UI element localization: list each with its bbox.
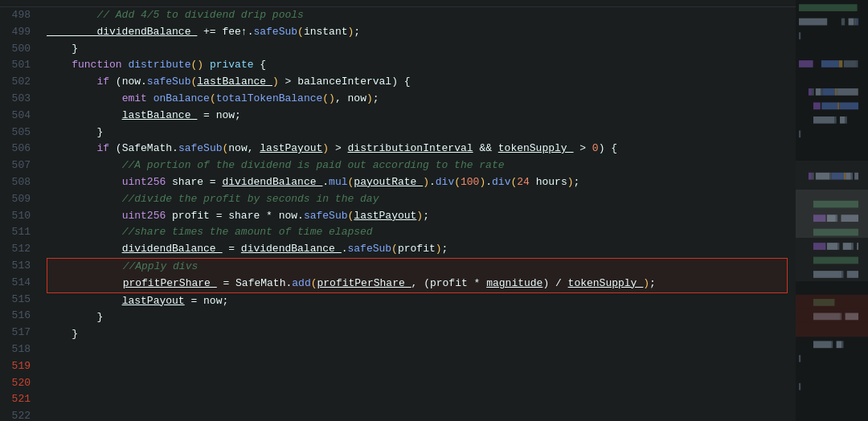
- code-line: lastPayout = now;: [47, 293, 788, 310]
- line-number: 505: [11, 125, 31, 141]
- line-number: 510: [11, 208, 31, 225]
- code-line: profitPerShare_ = SafeMath.add(profitPer…: [47, 276, 788, 292]
- line-number: 498: [11, 7, 31, 24]
- line-number: 503: [11, 91, 31, 108]
- line-number: 514: [11, 275, 31, 292]
- line-number: 515: [11, 292, 31, 309]
- code-line: emit onBalance(totalTokenBalance(), now)…: [47, 91, 788, 108]
- code-line: }: [47, 125, 788, 141]
- code-line: // Add 4/5 to dividend drip pools: [47, 7, 788, 24]
- code-line: uint256 profit = share * now.safeSub(las…: [47, 208, 788, 225]
- code-line: if (SafeMath.safeSub(now, lastPayout) > …: [47, 141, 788, 157]
- code-line: //A portion of the dividend is paid out …: [47, 157, 788, 174]
- line-numbers: 4984995005015025035045055065075085095105…: [0, 7, 39, 421]
- line-number: 507: [11, 157, 31, 174]
- line-number: 509: [11, 191, 31, 208]
- line-number: 522: [11, 408, 31, 421]
- code-line: }: [47, 326, 788, 343]
- line-number: 500: [11, 41, 31, 58]
- line-number: 519: [11, 358, 31, 375]
- breadcrumb: [0, 0, 796, 7]
- code-line: }: [47, 41, 788, 58]
- code-line: //share times the amount of time elapsed: [47, 224, 788, 241]
- code-line: }: [47, 309, 788, 326]
- line-number: 499: [11, 24, 31, 41]
- line-number: 508: [11, 174, 31, 191]
- line-number: 517: [11, 325, 31, 341]
- code-area: 4984995005015025035045055065075085095105…: [0, 7, 796, 421]
- code-line: dividendBalance_ += fee↑.safeSub(instant…: [47, 24, 788, 41]
- minimap[interactable]: [796, 0, 868, 421]
- code-line: //Apply divs: [47, 258, 788, 276]
- code-lines[interactable]: // Add 4/5 to dividend drip pools divide…: [39, 7, 796, 421]
- code-line: uint256 share = dividendBalance_.mul(pay…: [47, 174, 788, 191]
- line-number: 506: [11, 141, 31, 157]
- code-line: lastBalance_ = now;: [47, 108, 788, 125]
- line-number: 502: [11, 74, 31, 91]
- line-number: 512: [11, 241, 31, 258]
- code-line: dividendBalance_ = dividendBalance_.safe…: [47, 241, 788, 258]
- code-line: function distribute() private {: [47, 57, 788, 74]
- line-number: 501: [11, 57, 31, 74]
- line-number: 511: [11, 224, 31, 241]
- line-number: 520: [11, 375, 31, 392]
- minimap-viewport[interactable]: [796, 190, 868, 238]
- line-number: 518: [11, 341, 31, 358]
- line-number: 521: [11, 391, 31, 408]
- code-line: if (now.safeSub(lastBalance_) > balanceI…: [47, 74, 788, 91]
- editor-container: 4984995005015025035045055065075085095105…: [0, 0, 868, 421]
- line-number: 504: [11, 108, 31, 125]
- line-number: 516: [11, 308, 31, 325]
- code-line: //divide the profit by seconds in the da…: [47, 191, 788, 208]
- line-number: 513: [11, 258, 31, 275]
- main-editor: 4984995005015025035045055065075085095105…: [0, 0, 796, 421]
